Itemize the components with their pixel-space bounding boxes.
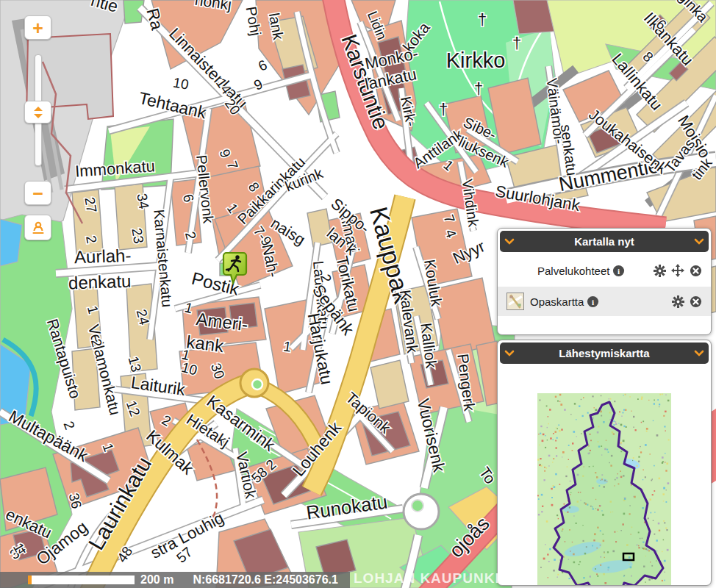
- svg-text:10: 10: [172, 74, 190, 92]
- svg-text:†: †: [439, 100, 448, 118]
- layer-label: Palvelukohteet i: [537, 265, 625, 277]
- layers-panel: Kartalla nyt Palvelukohteet i: [497, 228, 712, 335]
- svg-text:i: i: [592, 297, 594, 306]
- close-icon[interactable]: [690, 295, 702, 308]
- svg-text:27: 27: [82, 196, 99, 214]
- layer-label: Opaskartta i: [530, 295, 599, 308]
- svg-text:denkatu: denkatu: [68, 271, 132, 293]
- layer-row-opaskartta[interactable]: Opaskartta i: [498, 287, 711, 316]
- attribution-text: LOHJAN KAUPUNKI: [354, 570, 500, 587]
- street-view-pegman-button[interactable]: [24, 215, 51, 240]
- gear-icon[interactable]: [654, 265, 666, 277]
- chevron-down-icon[interactable]: [690, 350, 709, 356]
- svg-text:i: i: [617, 266, 620, 275]
- layers-panel-title: Kartalla nyt: [519, 235, 690, 248]
- pegman-icon: [31, 220, 46, 235]
- svg-text:†: †: [474, 79, 483, 98]
- gear-icon[interactable]: [672, 295, 684, 308]
- chevron-down-icon[interactable]: [500, 350, 519, 356]
- status-bar: 200 m N:6681720.6 E:24503676.1: [0, 572, 350, 588]
- move-icon[interactable]: [671, 264, 684, 277]
- zoom-out-button[interactable]: −: [24, 181, 51, 205]
- layer-row-palvelukohteet[interactable]: Palvelukohteet i: [498, 254, 711, 287]
- svg-text:34: 34: [134, 193, 151, 211]
- scale-label: 200 m: [140, 573, 173, 587]
- runner-icon-dot: [228, 270, 230, 272]
- coordinates-readout: N:6681720.6 E:24503676.1: [193, 573, 338, 587]
- zoom-in-button[interactable]: +: [24, 15, 51, 40]
- close-icon[interactable]: [690, 265, 702, 277]
- svg-text:23: 23: [129, 227, 146, 245]
- layers-panel-header[interactable]: Kartalla nyt: [500, 231, 709, 252]
- overview-panel: Lähestymiskartta: [497, 340, 712, 586]
- svg-text:†: †: [478, 10, 487, 29]
- svg-text:Aurlah-: Aurlah-: [74, 245, 132, 268]
- info-icon[interactable]: i: [612, 265, 625, 277]
- scale-bar: [32, 576, 135, 584]
- chevron-down-icon[interactable]: [500, 238, 519, 245]
- map-application: KarstuntieKauppakLaurinkatuNummentieSuur…: [0, 0, 716, 588]
- zoom-slider-handle[interactable]: [24, 101, 51, 123]
- info-icon[interactable]: i: [587, 295, 599, 308]
- runner-pin-marker[interactable]: [222, 251, 248, 287]
- overview-panel-title: Lähestymiskartta: [519, 347, 690, 359]
- overview-panel-header[interactable]: Lähestymiskartta: [500, 343, 709, 364]
- svg-text:Kirkko: Kirkko: [446, 49, 506, 72]
- layer-thumbnail: [506, 293, 524, 310]
- chevron-down-icon[interactable]: [690, 238, 709, 245]
- svg-text:†: †: [512, 34, 521, 52]
- overview-map-image[interactable]: [537, 393, 671, 586]
- zoom-handle-arrows-icon: [32, 106, 44, 119]
- runner-pin-body: [223, 253, 246, 283]
